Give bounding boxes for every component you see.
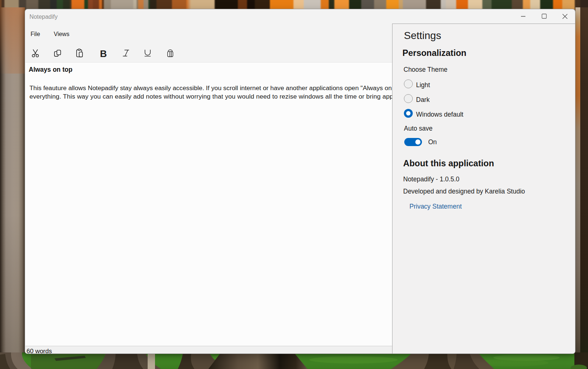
svg-text:B: B (100, 48, 107, 59)
